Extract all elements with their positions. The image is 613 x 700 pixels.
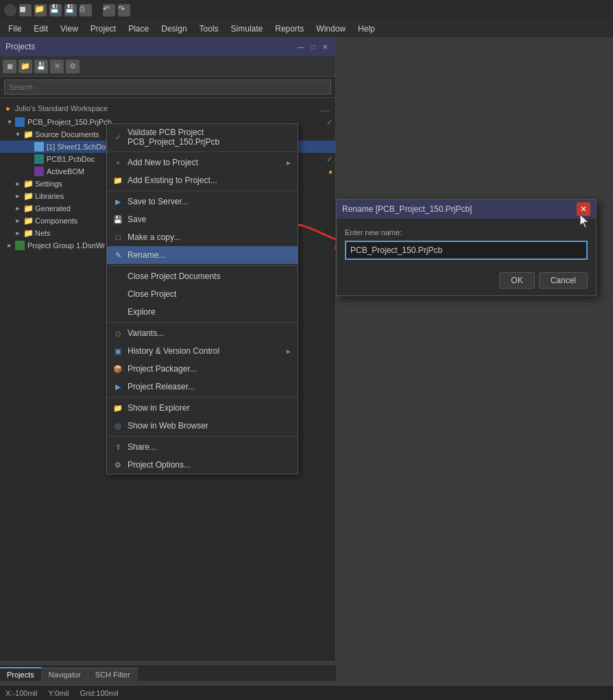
cm-explore[interactable]: Explore <box>107 303 298 321</box>
menu-edit[interactable]: Edit <box>28 23 53 35</box>
menu-place[interactable]: Place <box>123 23 154 35</box>
open-project-icon[interactable]: 📁 <box>19 60 32 73</box>
tab-projects[interactable]: Projects <box>0 667 42 681</box>
file2-label: PCB1.PcbDoc <box>47 155 95 163</box>
panel-toolbar: ◼ 📁 💾 ✕ ⚙ <box>0 56 335 77</box>
cm-save-icon: 💾 <box>112 214 123 225</box>
cm-releaser-label: Project Releaser... <box>128 382 195 391</box>
bom-icon <box>34 167 44 176</box>
save-project-icon[interactable]: 💾 <box>34 60 48 73</box>
cm-close-docs[interactable]: Close Project Documents <box>107 267 298 285</box>
new-project-icon[interactable]: ◼ <box>3 60 16 73</box>
redo-icon[interactable]: ↷ <box>118 4 130 16</box>
print-icon[interactable]: ⎙ <box>80 4 92 16</box>
save-icon[interactable]: 💾 <box>49 4 62 16</box>
nets-folder-icon: 📁 <box>23 228 33 238</box>
nets-label: Nets <box>35 229 51 237</box>
cm-add-existing[interactable]: 📁 Add Existing to Project... <box>107 171 298 189</box>
dialog-label: Enter new name: <box>345 228 588 237</box>
menu-reports[interactable]: Reports <box>269 23 309 35</box>
workspace-item: ● Julio's Standard Workspace … <box>0 101 335 116</box>
cm-explore-label: Explore <box>128 307 156 317</box>
cm-variants-label: Variants... <box>128 328 164 338</box>
rename-input[interactable] <box>345 241 588 260</box>
menu-project[interactable]: Project <box>85 23 121 35</box>
menu-window[interactable]: Window <box>311 23 351 35</box>
cm-save-server[interactable]: ▶ Save to Server... <box>107 193 298 210</box>
ok-button[interactable]: OK <box>499 272 534 289</box>
pin-icon[interactable]: — <box>296 43 306 51</box>
cm-show-explorer[interactable]: 📁 Show in Explorer <box>107 399 298 417</box>
status-bar: X:-100mil Y:0mil Grid:100mil <box>0 685 613 700</box>
status-grid: Grid:100mil <box>80 689 118 697</box>
libraries-label: Libraries <box>35 192 64 200</box>
search-input[interactable] <box>4 80 331 95</box>
cm-sep6 <box>107 436 298 437</box>
file1-arrow: ► <box>25 143 33 151</box>
settings-icon[interactable]: ⚙ <box>66 60 80 73</box>
cm-packager-icon: 📦 <box>112 363 123 374</box>
dialog-buttons: OK Cancel <box>337 267 596 295</box>
open-folder-icon[interactable]: 📁 <box>34 4 47 16</box>
cm-history-icon: ▣ <box>112 346 123 357</box>
menu-file[interactable]: File <box>3 23 27 35</box>
cm-releaser-icon: ▶ <box>112 381 123 392</box>
components-folder-icon: 📁 <box>23 216 33 226</box>
dialog-close-button[interactable]: ✕ <box>577 202 590 216</box>
menu-simulate[interactable]: Simulate <box>226 23 269 35</box>
cm-show-browser-label: Show in Web Browser <box>128 421 208 431</box>
undo-icon[interactable]: ↶ <box>103 4 115 16</box>
cm-close-project-icon <box>112 289 123 300</box>
cm-validate[interactable]: ✓ Validate PCB Project PCB_Project_150.P… <box>107 124 298 150</box>
rename-dialog: Rename [PCB_Project_150.PrjPcb] ✕ Enter … <box>336 199 597 296</box>
cm-save[interactable]: 💾 Save <box>107 210 298 228</box>
save-all-icon[interactable]: 💾 <box>64 4 77 16</box>
generated-label: Generated <box>35 204 71 213</box>
libraries-arrow: ► <box>14 192 22 200</box>
cm-sep2 <box>107 191 298 191</box>
nets-arrow: ► <box>14 229 22 237</box>
title-bar: ◼ 📁 💾 💾 ⎙ ↶ ↷ <box>0 0 613 21</box>
bottom-tabs: Projects Navigator SCH Filter <box>0 664 336 681</box>
cm-packager[interactable]: 📦 Project Packager... <box>107 360 298 378</box>
cm-make-copy[interactable]: □ Make a copy... <box>107 228 298 246</box>
new-icon[interactable]: ◼ <box>19 4 32 16</box>
cm-explore-icon <box>112 306 123 317</box>
workspace-menu-icon[interactable]: … <box>320 103 330 114</box>
cm-add-new-label: Add New to Project <box>128 158 198 167</box>
cm-history[interactable]: ▣ History & Version Control ► <box>107 342 298 360</box>
tab-navigator[interactable]: Navigator <box>42 668 88 681</box>
cm-rename[interactable]: ✎ Rename... <box>107 246 298 264</box>
cm-save-label: Save <box>128 215 146 224</box>
project-name-label: PCB_Project_150.PrjPcb <box>27 118 112 126</box>
source-docs-arrow: ▼ <box>14 130 22 138</box>
menu-view[interactable]: View <box>55 23 84 35</box>
group-icon <box>15 241 25 250</box>
cm-show-browser[interactable]: ◎ Show in Web Browser <box>107 417 298 435</box>
menu-tools[interactable]: Tools <box>194 23 224 35</box>
cm-add-new[interactable]: + Add New to Project ► <box>107 154 298 171</box>
cm-options[interactable]: ⚙ Project Options... <box>107 456 298 474</box>
cm-share-icon: ⇧ <box>112 442 123 452</box>
cm-close-project[interactable]: Close Project <box>107 285 298 303</box>
cm-variants-icon: ◇ <box>112 328 123 339</box>
dialog-body: Enter new name: <box>337 219 596 267</box>
menu-help[interactable]: Help <box>352 23 381 35</box>
sch-icon <box>34 142 44 152</box>
panel-title: Projects <box>5 42 35 51</box>
generated-folder-icon: 📁 <box>23 204 33 213</box>
status-y: Y:0mil <box>48 689 69 697</box>
components-arrow: ► <box>14 217 22 225</box>
close-project-icon[interactable]: ✕ <box>50 60 64 73</box>
cm-share[interactable]: ⇧ Share... <box>107 438 298 456</box>
cm-show-explorer-icon: 📁 <box>112 402 123 413</box>
cm-close-docs-label: Close Project Documents <box>128 271 220 281</box>
cm-releaser[interactable]: ▶ Project Releaser... <box>107 378 298 396</box>
menu-design[interactable]: Design <box>156 23 192 35</box>
float-icon[interactable]: □ <box>309 43 317 51</box>
tab-sch-filter[interactable]: SCH Filter <box>88 668 138 681</box>
cancel-button[interactable]: Cancel <box>539 272 588 289</box>
cm-variants[interactable]: ◇ Variants... <box>107 324 298 342</box>
close-panel-icon[interactable]: ✕ <box>320 43 330 51</box>
settings-label: Settings <box>35 180 62 188</box>
